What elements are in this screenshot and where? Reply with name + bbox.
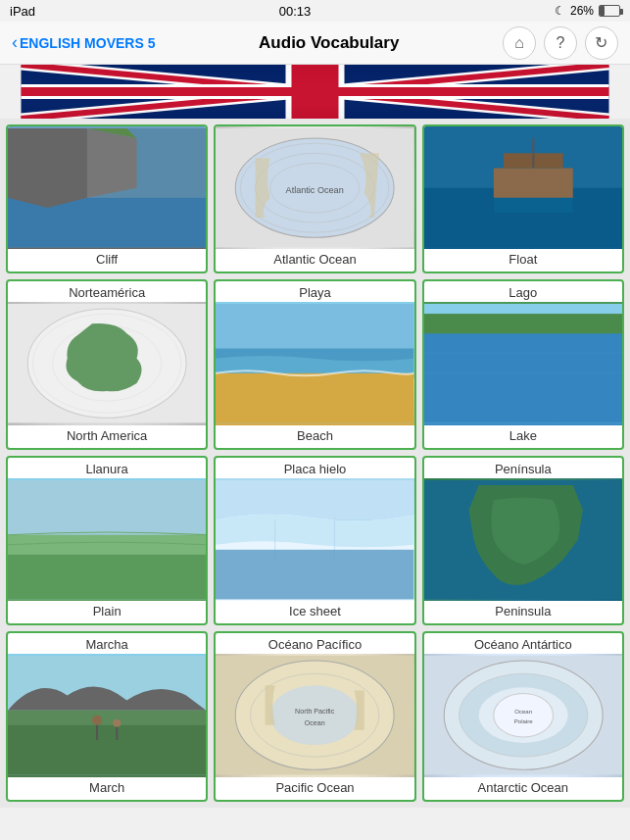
- card-label-bottom-pacific-ocean: Pacific Ocean: [216, 777, 413, 800]
- home-button[interactable]: ⌂: [503, 26, 536, 60]
- svg-point-60: [270, 686, 360, 746]
- svg-point-55: [113, 719, 121, 727]
- card-label-bottom-north-america: North America: [8, 425, 206, 448]
- card-img-bg-cliff: [8, 126, 206, 249]
- card-north-america[interactable]: Norteamérica North America: [6, 279, 208, 449]
- battery-icon: [599, 5, 620, 17]
- svg-text:Ocean: Ocean: [514, 709, 532, 715]
- card-label-bottom-atlantic-ocean: Atlantic Ocean: [216, 249, 413, 272]
- svg-rect-39: [8, 480, 206, 540]
- nav-icons: ⌂ ? ↻: [503, 26, 618, 60]
- card-image-lake: [424, 302, 622, 424]
- card-label-top-peninsula: Península: [424, 458, 622, 478]
- time-label: 00:13: [279, 4, 312, 19]
- device-label: iPad: [10, 4, 35, 19]
- svg-rect-31: [216, 373, 413, 423]
- svg-point-53: [92, 716, 102, 725]
- card-label-bottom-peninsula: Peninsula: [424, 601, 622, 623]
- help-button[interactable]: ?: [544, 26, 577, 60]
- svg-rect-29: [216, 304, 413, 354]
- svg-text:Atlantic Ocean: Atlantic Ocean: [286, 185, 344, 195]
- card-label-top-plain: Llanura: [8, 458, 206, 478]
- help-icon: ?: [557, 34, 565, 52]
- card-label-top-march: Marcha: [8, 633, 206, 654]
- card-img-bg-antarctic-ocean: Ocean Polaire: [424, 654, 622, 776]
- card-image-antarctic-ocean: Ocean Polaire: [424, 654, 622, 776]
- svg-rect-52: [8, 725, 206, 775]
- svg-rect-11: [8, 198, 206, 248]
- svg-rect-9: [22, 65, 609, 119]
- svg-point-67: [493, 694, 553, 738]
- card-label-top-lake: Lago: [424, 281, 622, 302]
- card-image-beach: [216, 302, 413, 424]
- back-label: ENGLISH MOVERS 5: [20, 35, 155, 51]
- back-button[interactable]: ‹ ENGLISH MOVERS 5: [12, 32, 155, 53]
- card-image-atlantic-ocean: Atlantic Ocean: [216, 126, 413, 249]
- card-image-cliff: [8, 126, 206, 249]
- card-label-top-antarctic-ocean: Océano Antártico: [424, 633, 622, 654]
- card-antarctic-ocean[interactable]: Océano Antártico Ocean Polaire Antarctic…: [422, 631, 624, 801]
- svg-rect-46: [216, 550, 413, 600]
- svg-rect-23: [493, 198, 572, 213]
- card-label-bottom-march: March: [8, 777, 206, 800]
- card-peninsula[interactable]: Península Peninsula: [422, 456, 624, 625]
- home-icon: ⌂: [514, 34, 524, 52]
- card-cliff[interactable]: Cliff: [6, 124, 208, 273]
- status-bar: iPad 00:13 ☾ 26%: [0, 0, 630, 22]
- card-image-plain: [8, 478, 206, 601]
- card-lake[interactable]: Lago Lake: [422, 279, 624, 449]
- card-label-bottom-float: Float: [424, 249, 622, 272]
- card-plain[interactable]: Llanura Plain: [6, 456, 208, 625]
- nav-bar: ‹ ENGLISH MOVERS 5 Audio Vocabulary ⌂ ? …: [0, 22, 630, 65]
- svg-text:Polaire: Polaire: [513, 718, 532, 724]
- svg-text:Ocean: Ocean: [305, 719, 325, 727]
- card-label-bottom-cliff: Cliff: [8, 249, 206, 272]
- card-label-bottom-beach: Beach: [216, 425, 413, 448]
- card-image-float: [424, 126, 622, 249]
- card-ice-sheet[interactable]: Placa hielo Ice sheet: [214, 456, 415, 625]
- card-img-bg-plain: [8, 478, 206, 601]
- svg-rect-20: [493, 168, 572, 197]
- card-float[interactable]: Float: [422, 124, 624, 273]
- card-img-bg-pacific-ocean: North Pacific Ocean: [216, 654, 413, 776]
- refresh-icon: ↻: [595, 33, 607, 52]
- vocabulary-grid: Cliff Atlantic Ocean Atlantic Ocean: [0, 119, 630, 808]
- card-image-pacific-ocean: North Pacific Ocean: [216, 654, 413, 776]
- card-label-bottom-ice-sheet: Ice sheet: [216, 601, 413, 623]
- svg-rect-41: [8, 555, 206, 600]
- page-title: Audio Vocabulary: [259, 33, 399, 53]
- card-img-bg-beach: [216, 302, 413, 424]
- card-label-top-beach: Playa: [216, 281, 413, 302]
- card-label-bottom-antarctic-ocean: Antarctic Ocean: [424, 777, 622, 800]
- card-img-bg-peninsula: [424, 478, 622, 601]
- card-image-peninsula: [424, 478, 622, 601]
- card-img-bg-float: [424, 126, 622, 249]
- status-right: ☾ 26%: [555, 4, 620, 18]
- svg-rect-43: [216, 480, 413, 519]
- flag-banner: [0, 65, 630, 119]
- svg-rect-35: [424, 334, 622, 423]
- card-img-bg-lake: [424, 302, 622, 424]
- card-label-bottom-lake: Lake: [424, 425, 622, 448]
- card-march[interactable]: Marcha March: [6, 631, 208, 801]
- card-label-bottom-plain: Plain: [8, 601, 206, 623]
- card-image-march: [8, 654, 206, 776]
- card-image-ice-sheet: [216, 478, 413, 601]
- card-img-bg-atlantic-ocean: Atlantic Ocean: [216, 126, 413, 249]
- card-img-bg-ice-sheet: [216, 478, 413, 601]
- battery-label: 26%: [570, 4, 594, 18]
- card-pacific-ocean[interactable]: Océano Pacífico North Pacific Ocean Paci…: [214, 631, 415, 801]
- card-atlantic-ocean[interactable]: Atlantic Ocean Atlantic Ocean: [214, 124, 415, 273]
- card-image-north-america: [8, 302, 206, 424]
- card-beach[interactable]: Playa Beach: [214, 279, 415, 449]
- card-img-bg-march: [8, 654, 206, 776]
- refresh-button[interactable]: ↻: [585, 26, 618, 60]
- svg-text:North Pacific: North Pacific: [295, 708, 335, 716]
- card-label-top-north-america: Norteamérica: [8, 281, 206, 302]
- card-label-top-pacific-ocean: Océano Pacífico: [216, 633, 413, 654]
- card-label-top-ice-sheet: Placa hielo: [216, 458, 413, 478]
- moon-icon: ☾: [555, 4, 565, 18]
- chevron-left-icon: ‹: [12, 32, 18, 53]
- card-img-bg-north-america: [8, 302, 206, 424]
